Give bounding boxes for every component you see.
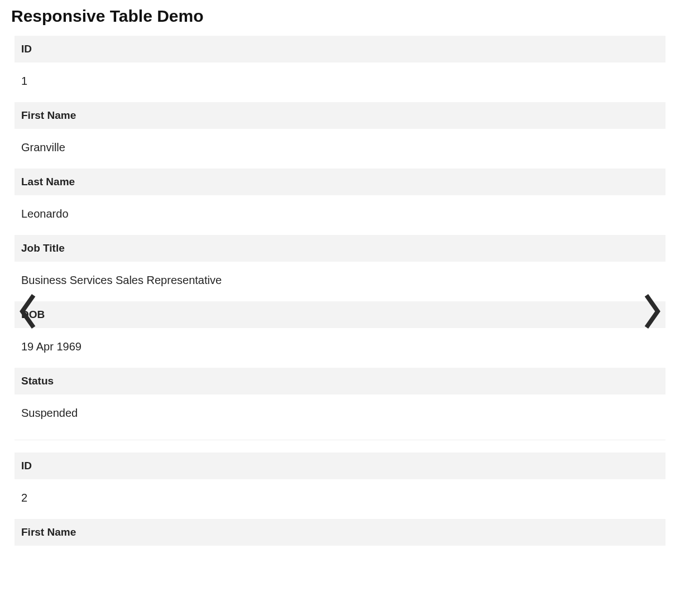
field-label-id: ID <box>15 36 665 62</box>
next-button[interactable] <box>635 290 669 335</box>
record: ID 2 First Name <box>15 453 665 551</box>
field-value-job-title: Business Services Sales Representative <box>15 262 665 301</box>
field-label-id: ID <box>15 453 665 479</box>
chevron-right-icon <box>641 292 663 333</box>
field-value-last-name: Leonardo <box>15 195 665 235</box>
field-value-status: Suspended <box>15 394 665 434</box>
page-title: Responsive Table Demo <box>11 7 669 26</box>
prev-button[interactable] <box>11 290 45 335</box>
field-label-job-title: Job Title <box>15 235 665 262</box>
field-label-first-name: First Name <box>15 519 665 546</box>
field-label-first-name: First Name <box>15 102 665 129</box>
field-value-id: 1 <box>15 62 665 102</box>
records-container: ID 1 First Name Granville Last Name Leon… <box>11 36 669 551</box>
field-value-dob: 19 Apr 1969 <box>15 328 665 368</box>
chevron-left-icon <box>17 292 39 333</box>
field-value-first-name: Granville <box>15 129 665 169</box>
field-label-last-name: Last Name <box>15 169 665 195</box>
record: ID 1 First Name Granville Last Name Leon… <box>15 36 665 440</box>
field-label-dob: DOB <box>15 301 665 328</box>
field-value-id: 2 <box>15 479 665 519</box>
field-label-status: Status <box>15 368 665 394</box>
